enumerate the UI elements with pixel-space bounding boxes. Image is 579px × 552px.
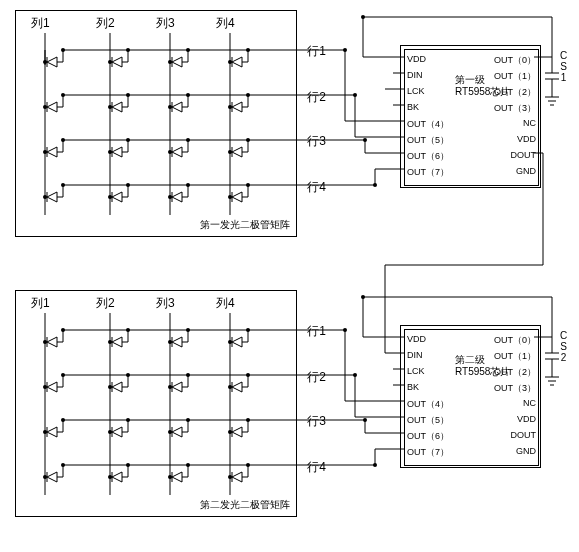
col-label: 列3 (156, 15, 175, 32)
chip-title: 第一级 RT5958芯片 (455, 74, 510, 98)
pin-label: VDD (407, 334, 426, 344)
pin-label: LCK (407, 366, 425, 376)
svg-point-80 (361, 15, 365, 19)
matrix-label: 第二发光二极管矩阵 (200, 498, 290, 512)
row-label: 行1 (307, 43, 326, 60)
svg-point-72 (343, 48, 347, 52)
pin-label: VDD (517, 134, 536, 144)
pin-label: OUT（4） (407, 398, 449, 411)
pin-label: OUT（6） (407, 150, 449, 163)
cs2-label: CS2 (558, 330, 569, 363)
svg-point-75 (373, 183, 377, 187)
row-label: 行4 (307, 179, 326, 196)
svg-point-77 (353, 373, 357, 377)
capacitor-icon (545, 325, 559, 395)
pin-label: OUT（0） (494, 334, 536, 347)
col-label: 列2 (96, 295, 115, 312)
pin-label: OUT（7） (407, 446, 449, 459)
svg-point-74 (363, 138, 367, 142)
pin-label: DOUT (511, 150, 537, 160)
pin-label: OUT（5） (407, 414, 449, 427)
pin-label: OUT（4） (407, 118, 449, 131)
row-label: 行3 (307, 413, 326, 430)
pin-label: OUT（7） (407, 166, 449, 179)
col-label: 列1 (31, 15, 50, 32)
chip-title-line: 第一级 (455, 74, 510, 86)
pin-label: GND (516, 166, 536, 176)
col-label: 列2 (96, 15, 115, 32)
capacitor-icon (545, 45, 559, 115)
pin-label: NC (523, 398, 536, 408)
row-label: 行3 (307, 133, 326, 150)
pin-label: DIN (407, 70, 423, 80)
col-label: 列4 (216, 15, 235, 32)
pin-label: VDD (407, 54, 426, 64)
chip-title: 第二级 RT5958芯片 (455, 354, 510, 378)
col-label: 列1 (31, 295, 50, 312)
pin-label: OUT（0） (494, 54, 536, 67)
pin-label: LCK (407, 86, 425, 96)
svg-point-76 (343, 328, 347, 332)
pin-label: BK (407, 382, 419, 392)
matrix-2: 列1 列2 列3 列4 行1 行2 行3 行4 第二发光二极管矩阵 (15, 290, 297, 517)
chip-title-line: RT5958芯片 (455, 86, 510, 98)
pin-label: OUT（3） (494, 382, 536, 395)
pin-label: VDD (517, 414, 536, 424)
col-label: 列3 (156, 295, 175, 312)
svg-point-79 (373, 463, 377, 467)
row-label: 行1 (307, 323, 326, 340)
pin-label: NC (523, 118, 536, 128)
pin-label: DIN (407, 350, 423, 360)
chip-1: VDD DIN LCK BK OUT（4） OUT（5） OUT（6） OUT（… (400, 45, 541, 188)
svg-point-73 (353, 93, 357, 97)
cs1-label: CS1 (558, 50, 569, 83)
row-label: 行4 (307, 459, 326, 476)
chip-title-line: RT5958芯片 (455, 366, 510, 378)
pin-label: BK (407, 102, 419, 112)
row-label: 行2 (307, 89, 326, 106)
pin-label: OUT（5） (407, 134, 449, 147)
row-label: 行2 (307, 369, 326, 386)
circuit-diagram: 列1 列2 列3 列4 行1 行2 行3 行4 第一发光二极管矩阵 列1 列2 … (5, 5, 575, 550)
svg-point-78 (363, 418, 367, 422)
pin-label: OUT（6） (407, 430, 449, 443)
svg-point-81 (361, 295, 365, 299)
chip-title-line: 第二级 (455, 354, 510, 366)
chip-2: VDD DIN LCK BK OUT（4） OUT（5） OUT（6） OUT（… (400, 325, 541, 468)
pin-label: DOUT (511, 430, 537, 440)
matrix-1: 列1 列2 列3 列4 行1 行2 行3 行4 第一发光二极管矩阵 (15, 10, 297, 237)
pin-label: OUT（3） (494, 102, 536, 115)
pin-label: GND (516, 446, 536, 456)
matrix-label: 第一发光二极管矩阵 (200, 218, 290, 232)
col-label: 列4 (216, 295, 235, 312)
